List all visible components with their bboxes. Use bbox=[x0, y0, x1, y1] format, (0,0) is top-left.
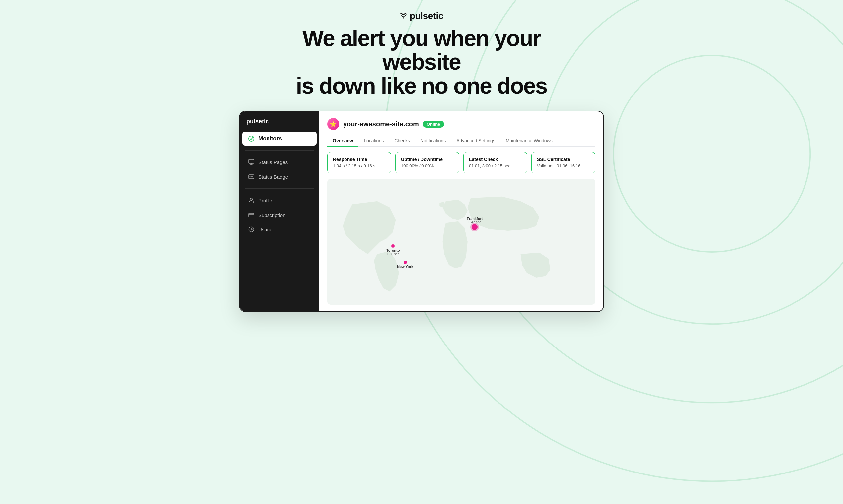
new-york-dot bbox=[403, 260, 407, 264]
stat-uptime-title: Uptime / Downtime bbox=[401, 157, 454, 162]
profile-icon bbox=[247, 197, 255, 204]
stat-response-time-title: Response Time bbox=[333, 157, 386, 162]
stat-response-time-value: 1.04 s / 2.15 s / 0.16 s bbox=[333, 163, 386, 168]
status-pages-icon bbox=[247, 159, 255, 166]
sidebar-monitors-label: Monitors bbox=[258, 135, 282, 142]
stat-latest-check-title: Latest Check bbox=[469, 157, 522, 162]
stat-latest-check-value: 01.01, 3:00 / 2.15 sec bbox=[469, 163, 522, 168]
logo-text: pulsetic bbox=[410, 11, 443, 21]
sidebar-divider-1 bbox=[245, 150, 314, 150]
monitor-avatar: ⭐ bbox=[327, 118, 339, 130]
svg-point-8 bbox=[250, 176, 251, 177]
status-badge-icon bbox=[247, 173, 255, 180]
sidebar-item-profile[interactable]: Profile bbox=[242, 193, 316, 207]
map-location-toronto: Toronto 1.36 sec bbox=[386, 245, 400, 256]
svg-point-5 bbox=[248, 136, 254, 141]
pulsetic-logo-icon bbox=[400, 13, 407, 19]
sidebar-item-subscription[interactable]: Subscription bbox=[242, 208, 316, 222]
hero-section: pulsetic We alert you when your website … bbox=[0, 0, 843, 97]
sidebar-item-status-badge[interactable]: Status Badge bbox=[242, 170, 316, 184]
tab-advanced-settings[interactable]: Advanced Settings bbox=[451, 135, 500, 147]
world-map-svg bbox=[327, 179, 596, 305]
sidebar-usage-label: Usage bbox=[258, 227, 273, 232]
hero-headline: We alert you when your website is down l… bbox=[272, 26, 571, 97]
sidebar: pulsetic Monitors bbox=[240, 111, 319, 311]
svg-point-4 bbox=[403, 18, 404, 19]
stat-card-uptime: Uptime / Downtime 100.00% / 0.00% bbox=[395, 152, 459, 174]
sidebar-status-badge-label: Status Badge bbox=[258, 174, 288, 180]
sidebar-divider-2 bbox=[245, 188, 314, 189]
stat-ssl-title: SSL Certificate bbox=[537, 157, 590, 162]
map-area: Toronto 1.36 sec New York Frankfurt 0.42… bbox=[327, 179, 596, 305]
stat-card-ssl: SSL Certificate Valid until 01.06, 16:16 bbox=[531, 152, 596, 174]
tabs-bar: Overview Locations Checks Notifications … bbox=[327, 135, 596, 147]
tab-maintenance-windows[interactable]: Maintenance Windows bbox=[500, 135, 558, 147]
subscription-icon bbox=[247, 211, 255, 218]
map-location-frankfurt: Frankfurt 0.42 sec bbox=[467, 217, 483, 231]
monitor-icon bbox=[247, 135, 255, 142]
tab-notifications[interactable]: Notifications bbox=[415, 135, 451, 147]
monitor-site-name: your-awesome-site.com bbox=[343, 120, 419, 128]
stat-card-latest-check: Latest Check 01.01, 3:00 / 2.15 sec bbox=[463, 152, 527, 174]
sidebar-brand: pulsetic bbox=[240, 118, 319, 132]
app-window: pulsetic Monitors bbox=[239, 111, 604, 312]
monitor-header: ⭐ your-awesome-site.com Online bbox=[327, 118, 596, 130]
stat-card-response-time: Response Time 1.04 s / 2.15 s / 0.16 s bbox=[327, 152, 391, 174]
sidebar-nav: Monitors Status Pages bbox=[240, 132, 319, 305]
sidebar-item-usage[interactable]: Usage bbox=[242, 222, 316, 236]
sidebar-status-pages-label: Status Pages bbox=[258, 160, 288, 165]
main-content: ⭐ your-awesome-site.com Online Overview … bbox=[319, 111, 603, 311]
sidebar-subscription-label: Subscription bbox=[258, 212, 286, 218]
sidebar-item-status-pages[interactable]: Status Pages bbox=[242, 155, 316, 169]
tab-locations[interactable]: Locations bbox=[358, 135, 389, 147]
svg-rect-10 bbox=[248, 213, 254, 217]
map-location-new-york: New York bbox=[397, 260, 413, 269]
svg-rect-6 bbox=[248, 160, 254, 163]
tab-checks[interactable]: Checks bbox=[389, 135, 415, 147]
online-badge: Online bbox=[423, 121, 444, 128]
tab-overview[interactable]: Overview bbox=[327, 135, 358, 147]
toronto-dot bbox=[391, 245, 395, 248]
svg-point-9 bbox=[250, 198, 253, 201]
frankfurt-dot bbox=[471, 224, 478, 230]
logo-area: pulsetic bbox=[7, 11, 836, 21]
sidebar-item-monitors[interactable]: Monitors bbox=[242, 132, 316, 146]
stat-ssl-value: Valid until 01.06, 16:16 bbox=[537, 163, 590, 168]
stat-uptime-value: 100.00% / 0.00% bbox=[401, 163, 454, 168]
stats-grid: Response Time 1.04 s / 2.15 s / 0.16 s U… bbox=[327, 152, 596, 174]
sidebar-profile-label: Profile bbox=[258, 198, 273, 203]
usage-icon bbox=[247, 226, 255, 233]
